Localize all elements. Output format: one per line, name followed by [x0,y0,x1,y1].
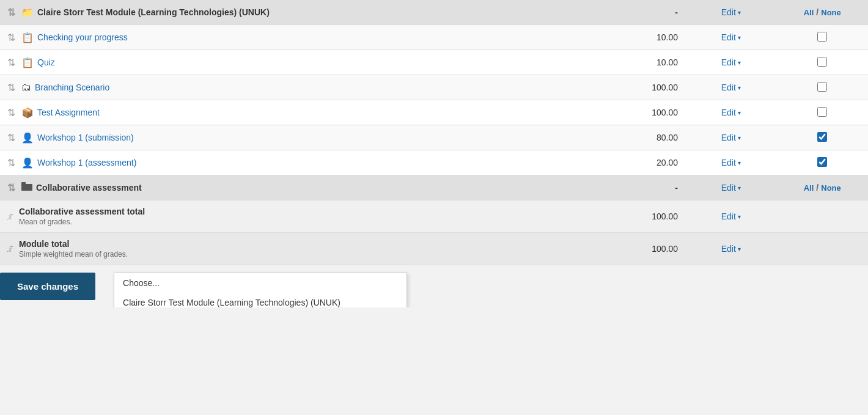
collaborative-all-none-cell: All / None [777,175,869,200]
item-name-cell: ⇅ 📋 Quiz [0,50,548,75]
workshop-assessment-checkbox[interactable] [817,157,827,167]
calc-icon: 𝑥̄ [7,211,12,222]
drag-handle-workshop-assess[interactable]: ⇅ [7,157,15,169]
module-header-all-none-cell: All / None [777,0,869,25]
module-header-row: ⇅ 📁 Claire Storr Test Module (Learning T… [0,0,868,25]
svg-rect-1 [21,182,26,185]
collaborative-total-edit-cell: Edit ▾ [685,200,776,233]
item-name-cell: ⇅ 🗂 Branching Scenario [0,75,548,100]
quiz-edit-button[interactable]: Edit ▾ [718,56,745,68]
workshop-assessment-grade: 20.00 [548,150,685,175]
checking-checkbox[interactable] [817,32,827,42]
quiz-link[interactable]: Quiz [37,57,55,67]
module-total-edit-cell: Edit ▾ [685,233,776,265]
checking-grade: 10.00 [548,25,685,50]
dropdown-menu: Choose... Claire Storr Test Module (Lear… [114,273,407,307]
branching-link[interactable]: Branching Scenario [35,83,109,92]
test-assignment-select-cell [777,100,869,125]
module-header-name-cell: ⇅ 📁 Claire Storr Test Module (Learning T… [0,0,548,25]
collaborative-none-link[interactable]: None [821,183,841,193]
footer-area: Save changes Choose... Claire Storr Test… [0,265,868,307]
drag-handle-workshop-sub[interactable]: ⇅ [7,132,15,144]
collaborative-category-name: Collaborative assessment [36,183,142,193]
module-total-name: Module total [19,239,128,249]
checking-progress-link[interactable]: Checking your progress [37,32,128,42]
workshop-submission-grade: 80.00 [548,125,685,150]
collaborative-total-name: Collaborative assessment total [19,207,145,216]
checking-edit-button[interactable]: Edit ▾ [718,31,745,43]
collaborative-category-edit-button[interactable]: Edit ▾ [718,182,745,194]
module-header-grade: - [548,0,685,25]
branching-grade: 100.00 [548,75,685,100]
module-header-edit-button[interactable]: Edit ▾ [718,6,745,18]
divider: / [816,183,818,193]
branching-edit-button[interactable]: Edit ▾ [718,81,745,94]
module-total-edit-button[interactable]: Edit ▾ [718,243,745,255]
item-name-cell: ⇅ 👤 Workshop 1 (assessment) [0,150,548,175]
drag-handle-test-assignment[interactable]: ⇅ [7,107,15,119]
test-assignment-edit-button[interactable]: Edit ▾ [718,106,745,119]
drag-handle-branching[interactable]: ⇅ [7,82,15,94]
assignment-icon: 📦 [21,107,34,119]
branching-checkbox[interactable] [817,82,827,92]
collaborative-category-grade: - [548,175,685,200]
workshop-submission-edit-button[interactable]: Edit ▾ [718,131,745,144]
module-total-name-cell: 𝑥̄ Module total Simple weighted mean of … [0,233,548,265]
chevron-down-icon: ▾ [738,109,741,116]
workshop-sub-icon: 👤 [21,132,34,144]
item-name-cell: ⇅ 👤 Workshop 1 (submission) [0,125,548,150]
workshop-submission-checkbox[interactable] [817,132,827,142]
collaborative-total-subtext: Mean of grades. [19,218,145,226]
module-none-link[interactable]: None [821,8,841,17]
collaborative-total-name-cell: 𝑥̄ Collaborative assessment total Mean o… [0,200,548,233]
dropdown-item-choose[interactable]: Choose... [114,273,406,293]
module-total-row: 𝑥̄ Module total Simple weighted mean of … [0,233,868,265]
collaborative-all-link[interactable]: All [804,183,814,193]
drag-handle-module[interactable]: ⇅ [7,7,15,18]
chevron-down-icon: ▾ [738,9,741,16]
workshop-submission-edit-cell: Edit ▾ [685,125,776,150]
module-header-edit-cell: Edit ▾ [685,0,776,25]
folder-icon-module: 📁 [21,7,34,18]
branching-edit-cell: Edit ▾ [685,75,776,100]
collaborative-name-cell: ⇅ Collaborative assessment [0,175,548,200]
collaborative-total-select-cell [777,200,869,233]
checking-icon: 📋 [21,32,34,43]
chevron-down-icon: ▾ [738,34,741,41]
workshop-assessment-edit-cell: Edit ▾ [685,150,776,175]
table-row: ⇅ 📋 Quiz 10.00 Edit ▾ [0,50,868,75]
dropdown-item-module[interactable]: Claire Storr Test Module (Learning Techn… [114,293,406,307]
table-row: ⇅ 👤 Workshop 1 (submission) 80.00 Edit ▾ [0,125,868,150]
test-assignment-checkbox[interactable] [817,107,827,117]
quiz-checkbox[interactable] [817,57,827,67]
branching-select-cell [777,75,869,100]
test-assignment-link[interactable]: Test Assignment [37,108,100,117]
chevron-down-icon: ▾ [738,84,741,91]
quiz-icon: 📋 [21,57,34,68]
workshop-assessment-edit-button[interactable]: Edit ▾ [718,156,745,169]
drag-handle-checking[interactable]: ⇅ [7,32,15,43]
drag-handle-quiz[interactable]: ⇅ [7,57,15,68]
save-changes-button[interactable]: Save changes [0,273,95,300]
table-row: ⇅ 📦 Test Assignment 100.00 Edit ▾ [0,100,868,125]
table-row: ⇅ 🗂 Branching Scenario 100.00 Edit ▾ [0,75,868,100]
module-all-link[interactable]: All [804,8,814,17]
folder-icon-collaborative [21,182,32,193]
workshop-submission-link[interactable]: Workshop 1 (submission) [37,133,134,142]
drag-handle-collaborative[interactable]: ⇅ [7,182,15,194]
branching-icon: 🗂 [21,82,31,93]
item-name-cell: ⇅ 📋 Checking your progress [0,25,548,50]
workshop-assess-icon: 👤 [21,157,34,169]
quiz-select-cell [777,50,869,75]
module-header-name: Claire Storr Test Module (Learning Techn… [37,7,270,17]
collaborative-category-row: ⇅ Collaborative assessment - Edit ▾ [0,175,868,200]
test-assignment-grade: 100.00 [548,100,685,125]
divider: / [816,7,818,17]
module-total-grade: 100.00 [548,233,685,265]
collaborative-category-edit-cell: Edit ▾ [685,175,776,200]
workshop-assessment-link[interactable]: Workshop 1 (assessment) [37,158,136,167]
collaborative-total-edit-button[interactable]: Edit ▾ [718,210,745,222]
chevron-down-icon: ▾ [738,160,741,166]
calc-icon-module: 𝑥̄ [7,243,12,254]
quiz-edit-cell: Edit ▾ [685,50,776,75]
